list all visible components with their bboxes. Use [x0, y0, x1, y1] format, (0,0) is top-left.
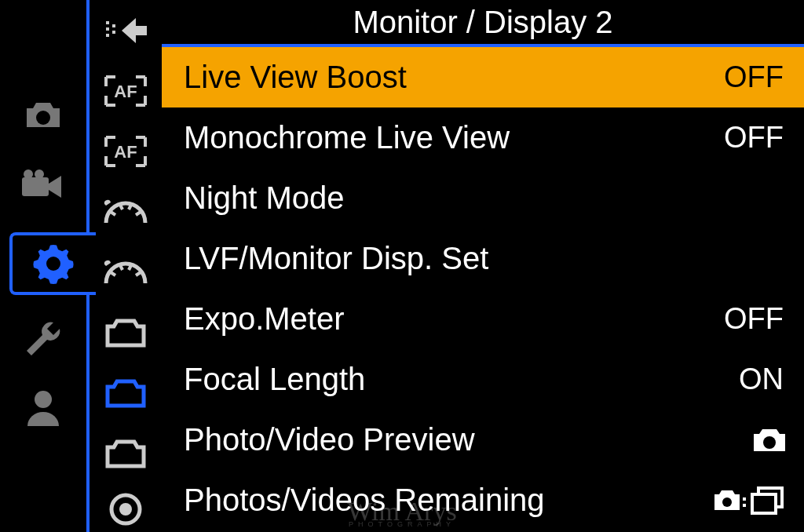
svg-point-4	[35, 391, 52, 408]
sub-icon-column: AF AF	[86, 0, 162, 532]
sub-af2[interactable]: AF	[99, 129, 152, 175]
menu-value: ON	[739, 363, 784, 396]
svg-line-15	[129, 205, 131, 210]
svg-point-3	[35, 169, 44, 179]
menu-item-focal-length[interactable]: Focal Length ON	[162, 349, 804, 410]
menu-item-live-view-boost[interactable]: Live View Boost OFF	[162, 47, 804, 107]
menu-item-lvf-monitor-disp-set[interactable]: LVF/Monitor Disp. Set	[162, 228, 804, 289]
video-camera-icon	[20, 169, 66, 201]
menu-value-icon-camera-stack	[713, 483, 788, 518]
dial-icon	[101, 257, 150, 288]
af-bracket-icon: AF	[103, 134, 148, 169]
menu-item-expo-meter[interactable]: Expo.Meter OFF	[162, 289, 804, 349]
content-pane: Monitor / Display 2 Live View Boost OFF …	[162, 0, 804, 532]
svg-line-18	[120, 265, 122, 270]
svg-line-14	[120, 205, 122, 210]
back-arrow-icon	[103, 15, 148, 46]
svg-rect-9	[112, 24, 115, 27]
menu-label: Focal Length	[184, 362, 739, 397]
monitor-outline-icon	[103, 315, 148, 350]
lens-icon	[107, 490, 144, 528]
svg-line-20	[136, 272, 141, 275]
menu-item-photos-videos-remaining[interactable]: Photos/Videos Remaining	[162, 470, 804, 530]
svg-point-2	[24, 169, 33, 179]
menu-label: Photos/Videos Remaining	[184, 483, 713, 518]
header-bar: Monitor / Display 2	[162, 0, 804, 47]
svg-text:AF: AF	[114, 142, 137, 162]
person-icon	[24, 388, 63, 428]
svg-point-22	[119, 503, 132, 516]
sub-af1[interactable]: AF	[99, 68, 152, 115]
svg-point-24	[722, 497, 732, 507]
menu-label: Monochrome Live View	[184, 120, 724, 155]
menu-item-night-mode[interactable]: Night Mode	[162, 168, 804, 228]
svg-rect-6	[106, 21, 109, 24]
menu-value: OFF	[724, 302, 784, 336]
camera-icon	[751, 425, 788, 455]
sub-monitor2[interactable]	[99, 370, 152, 416]
svg-rect-8	[106, 34, 109, 37]
main-tab-wrench[interactable]	[20, 315, 67, 363]
camera-icon	[22, 99, 64, 133]
menu-label: LVF/Monitor Disp. Set	[184, 241, 788, 276]
menu-list: Live View Boost OFF Monochrome Live View…	[162, 47, 804, 532]
svg-text:AF: AF	[114, 82, 137, 101]
menu-value: OFF	[724, 60, 784, 94]
sub-lens[interactable]	[99, 486, 152, 532]
svg-rect-28	[752, 494, 776, 513]
svg-rect-25	[743, 497, 746, 501]
svg-line-16	[136, 212, 141, 215]
svg-rect-7	[106, 27, 109, 31]
af-bracket-icon: AF	[103, 74, 148, 108]
menu-label: Live View Boost	[184, 60, 724, 95]
svg-point-0	[36, 111, 50, 125]
main-tab-video[interactable]	[20, 162, 67, 209]
camera-stack-icon	[713, 483, 788, 518]
sub-back-arrow[interactable]	[99, 8, 152, 54]
menu-label: Night Mode	[184, 180, 788, 216]
svg-point-23	[763, 436, 776, 449]
main-tab-gear-placeholder	[20, 231, 67, 293]
svg-rect-26	[743, 504, 746, 507]
svg-line-19	[129, 265, 131, 270]
sub-dial1[interactable]	[99, 189, 152, 235]
svg-rect-1	[22, 177, 49, 196]
main-tab-camera[interactable]	[20, 93, 67, 140]
main-tab-person[interactable]	[20, 384, 67, 432]
menu-label: Expo.Meter	[184, 301, 724, 337]
svg-rect-10	[112, 31, 115, 34]
page-title: Monitor / Display 2	[353, 5, 612, 40]
camera-menu-screen: AF AF	[0, 0, 804, 532]
menu-value: OFF	[724, 121, 784, 155]
menu-label: Photo/Video Preview	[184, 422, 751, 457]
main-tab-column	[0, 0, 86, 532]
sub-dial2[interactable]	[99, 250, 152, 296]
menu-item-photo-video-preview[interactable]: Photo/Video Preview	[162, 410, 804, 470]
monitor-outline-icon	[103, 436, 148, 471]
sub-monitor1[interactable]	[99, 309, 152, 355]
monitor-outline-icon	[103, 376, 148, 410]
menu-item-monochrome-live-view[interactable]: Monochrome Live View OFF	[162, 107, 804, 168]
sub-monitor3[interactable]	[99, 430, 152, 476]
dial-icon	[101, 196, 150, 228]
svg-line-13	[111, 212, 115, 215]
wrench-icon	[22, 318, 64, 360]
svg-line-17	[111, 272, 115, 275]
menu-value-icon-camera	[751, 425, 788, 455]
